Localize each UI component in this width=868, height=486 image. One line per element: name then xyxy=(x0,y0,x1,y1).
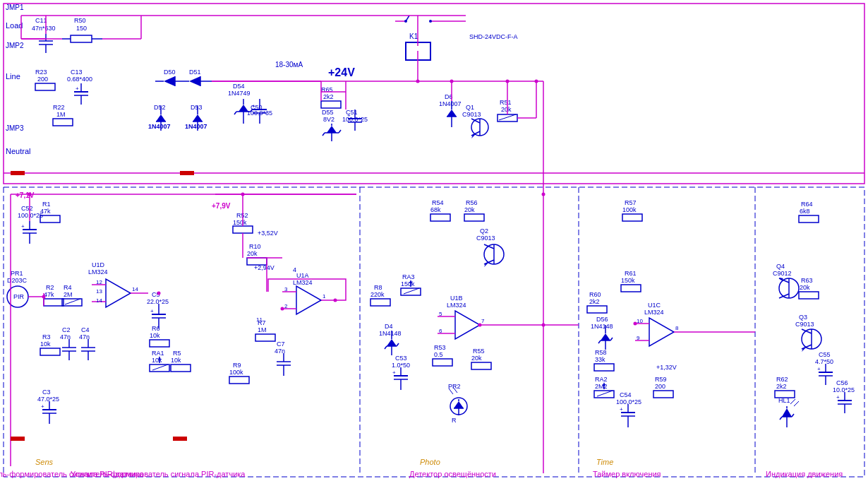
svg-text:8: 8 xyxy=(675,325,679,331)
svg-text:U1A: U1A xyxy=(296,272,309,279)
svg-text:C53: C53 xyxy=(395,355,407,362)
svg-point-398 xyxy=(478,324,482,327)
svg-text:D54: D54 xyxy=(233,83,245,90)
line-label: Line xyxy=(6,72,20,81)
svg-text:2M2: 2M2 xyxy=(595,383,608,390)
svg-text:LM324: LM324 xyxy=(88,268,108,275)
svg-rect-124 xyxy=(180,171,194,175)
svg-text:R55: R55 xyxy=(473,348,485,355)
1v32-label: +1,32V xyxy=(656,364,677,371)
svg-text:D56: D56 xyxy=(596,316,608,323)
svg-text:LM324: LM324 xyxy=(293,279,313,286)
svg-text:Q3: Q3 xyxy=(799,314,807,321)
svg-text:R53: R53 xyxy=(434,344,446,351)
schematic-diagram: JMP1 Load JMP2 Line JMP3 Neutral C11 47n… xyxy=(0,0,868,486)
svg-text:10: 10 xyxy=(637,318,643,324)
svg-point-411 xyxy=(535,80,538,83)
svg-text:11: 11 xyxy=(256,316,263,323)
svg-text:3: 3 xyxy=(284,286,288,292)
svg-point-29 xyxy=(404,20,407,23)
svg-text:68k: 68k xyxy=(430,206,441,213)
svg-text:1N4148: 1N4148 xyxy=(591,323,613,330)
shd-label: SHD-24VDC-F-A xyxy=(469,33,518,40)
svg-text:200: 200 xyxy=(655,383,665,390)
svg-text:K1: K1 xyxy=(409,32,418,40)
svg-text:C55: C55 xyxy=(819,351,831,358)
svg-text:LM324: LM324 xyxy=(644,309,664,316)
svg-text:D52: D52 xyxy=(154,104,166,111)
svg-text:Q1: Q1 xyxy=(466,104,474,111)
svg-text:R22: R22 xyxy=(53,104,65,111)
neutral-label: Neutral xyxy=(6,147,30,155)
svg-text:R57: R57 xyxy=(625,199,637,206)
svg-text:C9013: C9013 xyxy=(476,235,495,242)
svg-text:D55: D55 xyxy=(322,109,334,116)
svg-point-396 xyxy=(281,307,284,311)
svg-text:C56: C56 xyxy=(836,379,848,386)
svg-text:13: 13 xyxy=(96,288,102,295)
svg-point-386 xyxy=(42,295,46,299)
svg-text:HL1: HL1 xyxy=(778,397,790,404)
svg-text:R8: R8 xyxy=(374,284,382,291)
svg-text:R51: R51 xyxy=(500,99,512,106)
svg-text:R58: R58 xyxy=(595,349,607,356)
svg-text:Q2: Q2 xyxy=(480,227,488,235)
svg-text:1N4007: 1N4007 xyxy=(439,100,462,107)
time-section-label: Time xyxy=(596,458,613,466)
svg-text:150k: 150k xyxy=(621,277,635,284)
svg-text:10k: 10k xyxy=(150,332,160,339)
svg-text:100k: 100k xyxy=(622,206,637,213)
svg-text:10k: 10k xyxy=(40,340,51,348)
svg-text:+: + xyxy=(836,394,840,401)
svg-text:RA1: RA1 xyxy=(152,350,164,357)
svg-text:C7: C7 xyxy=(277,340,285,348)
svg-text:+: + xyxy=(252,103,255,109)
svg-point-30 xyxy=(429,20,432,23)
svg-text:18-30мА: 18-30мА xyxy=(275,61,303,69)
svg-text:R4: R4 xyxy=(64,284,72,291)
svg-text:R54: R54 xyxy=(432,199,444,206)
svg-text:220k: 220k xyxy=(370,291,385,298)
svg-text:R5: R5 xyxy=(173,350,181,357)
svg-text:R3: R3 xyxy=(42,333,51,340)
svg-text:R9: R9 xyxy=(233,362,241,369)
svg-text:1N4007: 1N4007 xyxy=(148,123,171,130)
svg-text:+: + xyxy=(21,223,25,230)
jmp1-label: JMP1 xyxy=(6,4,24,11)
svg-text:10k: 10k xyxy=(171,357,181,364)
svg-text:2M: 2M xyxy=(64,291,73,298)
svg-text:47k: 47k xyxy=(40,208,51,215)
svg-text:0.68*400: 0.68*400 xyxy=(67,76,92,83)
svg-text:PR1: PR1 xyxy=(11,270,23,277)
svg-text:RA3: RA3 xyxy=(402,273,415,280)
svg-point-403 xyxy=(542,324,545,327)
svg-text:4.7*50: 4.7*50 xyxy=(815,358,833,365)
7v9-label: +7,9V xyxy=(212,202,231,210)
24v-label: +24V xyxy=(328,66,355,78)
svg-text:R6: R6 xyxy=(152,325,160,332)
svg-text:+: + xyxy=(817,366,821,372)
svg-text:33k: 33k xyxy=(595,356,605,363)
svg-point-415 xyxy=(450,80,454,83)
svg-text:14: 14 xyxy=(132,286,138,292)
svg-text:1N4749: 1N4749 xyxy=(228,90,251,97)
svg-text:47n*630: 47n*630 xyxy=(32,25,56,32)
svg-text:R61: R61 xyxy=(625,270,637,277)
svg-text:C54: C54 xyxy=(620,391,632,398)
svg-text:RA2: RA2 xyxy=(595,376,608,383)
svg-text:100.0*25: 100.0*25 xyxy=(616,398,641,405)
svg-text:1M: 1M xyxy=(258,326,267,333)
svg-text:C9013: C9013 xyxy=(462,111,481,118)
svg-text:2k2: 2k2 xyxy=(776,383,787,390)
bottom-label-1-full: Усилитель-формирователь сигнала PIR-датч… xyxy=(71,470,246,478)
bottom-label-2: Детектор освещённости xyxy=(409,470,496,478)
svg-rect-0 xyxy=(0,0,868,486)
svg-text:R23: R23 xyxy=(35,69,47,76)
svg-text:1: 1 xyxy=(323,293,326,300)
svg-text:2k2: 2k2 xyxy=(323,93,334,100)
svg-text:1N4007: 1N4007 xyxy=(185,123,207,130)
svg-text:D50: D50 xyxy=(164,69,176,76)
svg-text:C9013: C9013 xyxy=(795,321,814,328)
svg-text:+: + xyxy=(76,85,79,92)
circuit-svg: JMP1 Load JMP2 Line JMP3 Neutral C11 47n… xyxy=(0,0,868,486)
